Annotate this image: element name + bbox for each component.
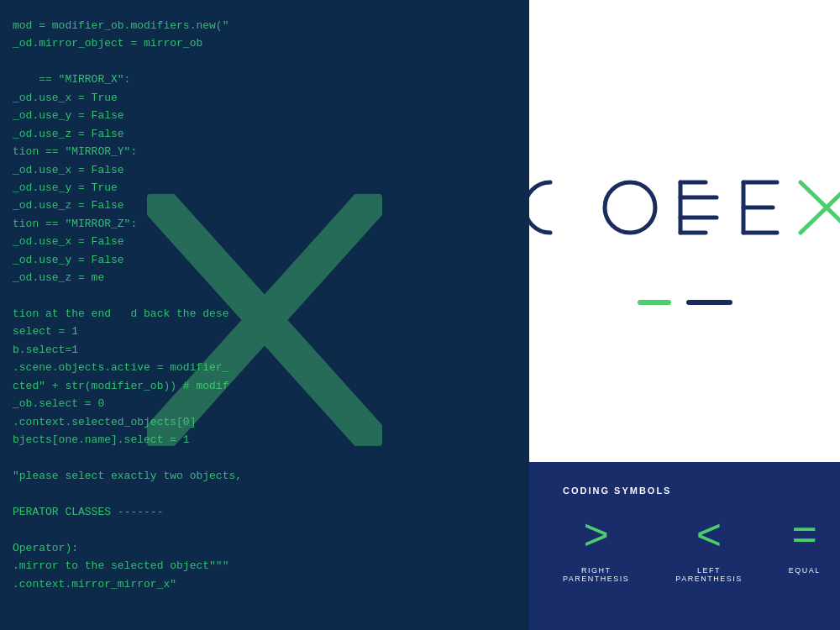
- equal-item: = equal: [789, 512, 821, 575]
- right-parenthesis-item: > RIGHT PARENTHESIS: [563, 512, 629, 583]
- dash-navy: [686, 300, 732, 305]
- symbols-row: > RIGHT PARENTHESIS < LEFT PARENTHESIS =…: [563, 512, 811, 583]
- logo-dashes: [638, 300, 732, 305]
- dash-green: [638, 300, 671, 305]
- logo-area: [529, 0, 840, 462]
- bottom-left-row: CODING SYMBOLS > RIGHT PARENTHESIS < LEF…: [529, 462, 840, 630]
- codex-logo: [508, 157, 840, 258]
- code-area: mod = modifier_ob.modifiers.new(" _od.mi…: [0, 0, 529, 630]
- symbols-area: CODING SYMBOLS > RIGHT PARENTHESIS < LEF…: [529, 462, 840, 630]
- main-layout: mod = modifier_ob.modifiers.new(" _od.mi…: [0, 0, 840, 630]
- symbols-section-label: CODING SYMBOLS: [563, 486, 811, 496]
- equal-label: equal: [789, 566, 821, 575]
- x-overlay: [147, 194, 382, 446]
- left-parenthesis-item: < LEFT PARENTHESIS: [675, 512, 742, 583]
- logo-container: [508, 157, 840, 258]
- svg-point-0: [605, 182, 655, 233]
- right-parenthesis-glyph: >: [583, 512, 608, 556]
- left-parenthesis-label: LEFT PARENTHESIS: [675, 566, 742, 583]
- equal-glyph: =: [792, 512, 817, 556]
- left-parenthesis-glyph: <: [696, 512, 722, 556]
- right-parenthesis-label: RIGHT PARENTHESIS: [563, 566, 629, 583]
